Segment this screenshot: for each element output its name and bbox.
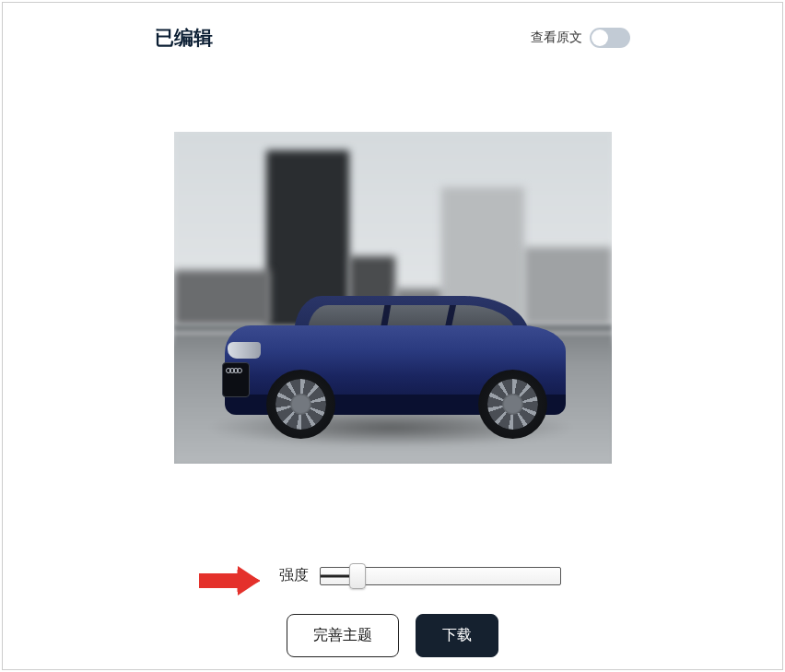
arrow-icon xyxy=(197,564,262,597)
slider-thumb[interactable] xyxy=(349,563,366,589)
download-button[interactable]: 下载 xyxy=(416,614,498,657)
editor-panel: 已编辑 查看原文 xyxy=(2,2,783,670)
view-original-label: 查看原文 xyxy=(531,29,582,46)
intensity-label: 强度 xyxy=(279,566,309,585)
header: 已编辑 查看原文 xyxy=(3,3,782,53)
intensity-control: 强度 xyxy=(279,566,561,585)
edited-image-preview xyxy=(174,132,612,464)
refine-subject-button[interactable]: 完善主题 xyxy=(287,614,399,657)
toggle-knob xyxy=(592,29,608,46)
intensity-slider[interactable] xyxy=(320,567,561,585)
action-buttons: 完善主题 下载 xyxy=(3,614,782,657)
preview-area xyxy=(3,132,782,464)
view-original-toggle[interactable] xyxy=(590,28,630,48)
page-title: 已编辑 xyxy=(155,25,213,51)
view-original-toggle-group: 查看原文 xyxy=(531,28,630,48)
